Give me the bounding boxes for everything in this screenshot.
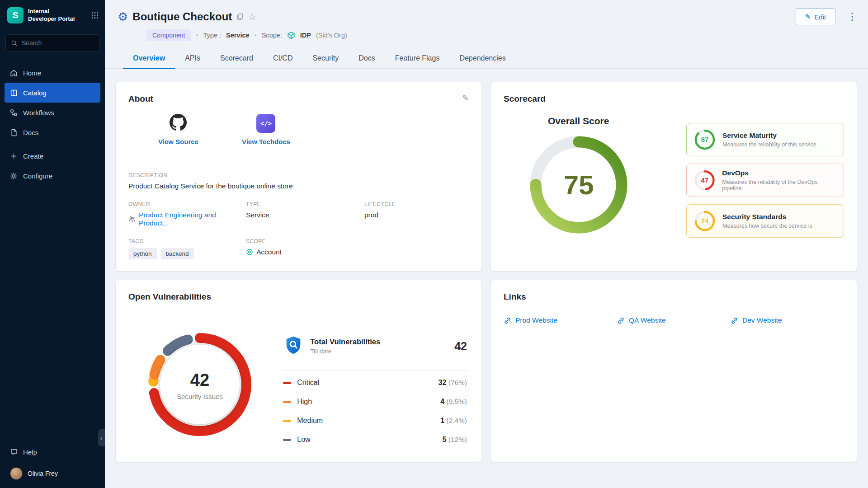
tab-scorecard[interactable]: Scorecard	[210, 49, 263, 68]
prod-website-link[interactable]: Prod Website	[504, 316, 617, 324]
edit-button[interactable]: ✎ Edit	[796, 8, 835, 25]
vulnerabilities-title: Open Vulnerabilities	[128, 292, 469, 302]
main-content: ⚙ Boutique Checkout ☆ ✎ Edit ⋮ Component…	[105, 0, 868, 488]
type-label: Type :	[203, 32, 221, 39]
tab-docs[interactable]: Docs	[349, 49, 385, 68]
scorecard-item-name: DevOps	[722, 169, 837, 177]
scorecard-item-name: Security Standards	[722, 213, 812, 221]
total-vulnerabilities-label: Total Vulnerabilities	[310, 338, 380, 346]
severity-label: High	[297, 398, 312, 406]
sidebar-item-label: Create	[23, 152, 43, 160]
vulnerabilities-donut: 42 Security Issues	[143, 328, 256, 441]
dev-website-link[interactable]: Dev Website	[731, 316, 844, 324]
scorecard-item[interactable]: 74 Security Standards Measures how secur…	[686, 204, 844, 238]
scope-field-value: Account	[256, 248, 282, 256]
severity-label: Medium	[297, 417, 323, 425]
tab-dependencies[interactable]: Dependencies	[449, 49, 515, 68]
tab-bar: Overview APIs Scorecard CI/CD Security D…	[105, 49, 868, 69]
vulnerability-row: Critical 32 (76%)	[283, 373, 467, 392]
apps-grid-icon[interactable]	[91, 12, 99, 19]
copy-icon[interactable]	[236, 13, 244, 20]
entity-meta-row: Component • Type : Service • Scope: IDP …	[146, 29, 857, 41]
lifecycle-value: prod	[364, 211, 469, 219]
tab-security[interactable]: Security	[302, 49, 349, 68]
workflows-icon	[10, 109, 18, 117]
page-title: Boutique Checkout	[132, 10, 232, 23]
favorite-star-icon[interactable]: ☆	[248, 11, 256, 22]
sidebar-nav: Home Catalog Workflows Docs	[0, 63, 105, 142]
sidebar-item-help[interactable]: Help	[5, 442, 100, 462]
account-scope-icon	[246, 249, 253, 256]
tag-pill[interactable]: python	[128, 248, 157, 259]
type-field-value: Service	[246, 211, 364, 219]
user-menu[interactable]: Olivia Frey	[5, 462, 100, 482]
sidebar-collapse-button[interactable]: ‹	[98, 429, 105, 446]
type-value: Service	[226, 32, 250, 39]
severity-label: Critical	[297, 379, 319, 387]
links-title: Links	[504, 292, 844, 302]
sidebar-item-catalog[interactable]: Catalog	[5, 83, 100, 103]
page-header: ⚙ Boutique Checkout ☆ ✎ Edit ⋮ Component…	[105, 0, 868, 41]
score-ring: 87	[693, 128, 717, 151]
card-grid: About ✎ View Source </> View Techdocs DE…	[105, 69, 868, 473]
sidebar-item-label: Configure	[23, 172, 52, 180]
view-source-link[interactable]: View Source	[158, 114, 198, 145]
vulnerability-row: Low 5 (12%)	[283, 430, 467, 449]
tab-feature-flags[interactable]: Feature Flags	[385, 49, 450, 68]
github-icon	[170, 114, 187, 133]
tab-overview[interactable]: Overview	[123, 49, 175, 68]
scope-cube-icon	[287, 31, 295, 39]
tag-pill[interactable]: backend	[161, 248, 194, 259]
sidebar-item-label: Workflows	[23, 109, 54, 117]
catalog-icon	[10, 89, 18, 97]
scorecard-item-desc: Measures the reliability of the DevOps p…	[722, 179, 837, 192]
sidebar-actions: Create Configure	[0, 146, 105, 186]
scorecard-item[interactable]: 87 Service Maturity Measures the reliabi…	[686, 123, 844, 156]
sidebar-item-docs[interactable]: Docs	[5, 122, 100, 142]
sidebar: S Internal Developer Portal Home	[0, 0, 105, 488]
about-edit-pencil-icon[interactable]: ✎	[462, 93, 469, 103]
total-vulnerabilities-value: 42	[454, 340, 467, 353]
user-name: Olivia Frey	[28, 470, 58, 477]
search-input[interactable]	[22, 39, 94, 47]
qa-website-link[interactable]: QA Website	[617, 316, 731, 324]
score-ring: 47	[693, 169, 716, 192]
scope-value: IDP	[300, 32, 311, 39]
sidebar-search[interactable]	[5, 34, 99, 52]
more-options-icon[interactable]: ⋮	[847, 11, 857, 23]
svg-text:75: 75	[563, 170, 594, 200]
about-title: About	[128, 94, 469, 104]
tab-cicd[interactable]: CI/CD	[263, 49, 303, 68]
sidebar-item-home[interactable]: Home	[5, 63, 100, 83]
sidebar-item-workflows[interactable]: Workflows	[5, 103, 100, 122]
sidebar-item-label: Home	[23, 69, 41, 77]
search-icon	[11, 40, 18, 47]
tab-apis[interactable]: APIs	[175, 49, 210, 68]
help-icon	[10, 448, 18, 455]
link-icon	[504, 317, 511, 324]
gear-icon	[10, 172, 18, 180]
home-icon	[10, 69, 18, 77]
severity-dash	[283, 420, 291, 422]
scope-org: (Sid's Org)	[316, 32, 347, 39]
owner-label: OWNER	[128, 201, 246, 207]
avatar	[10, 467, 23, 480]
team-icon	[128, 216, 136, 223]
scorecard-item-name: Service Maturity	[722, 131, 816, 140]
techdocs-icon: </>	[256, 114, 275, 133]
sidebar-item-label: Help	[23, 448, 37, 456]
score-ring: 74	[693, 209, 717, 233]
scorecard-item[interactable]: 47 DevOps Measures the reliability of th…	[686, 164, 844, 197]
sidebar-item-configure[interactable]: Configure	[5, 166, 100, 186]
owner-link[interactable]: Product Engineering and Product...	[139, 211, 246, 227]
scorecard-title: Scorecard	[504, 94, 844, 104]
svg-text:74: 74	[701, 217, 709, 225]
portal-logo-title: Internal Developer Portal	[28, 8, 87, 23]
vulnerability-row: High 4 (9.5%)	[283, 392, 467, 411]
overall-score-label: Overall Score	[548, 116, 609, 127]
sidebar-item-create[interactable]: Create	[5, 146, 100, 166]
svg-text:Security Issues: Security Issues	[177, 393, 223, 400]
vulnerabilities-card: Open Vulnerabilities 42 Security Issues	[115, 280, 482, 462]
view-techdocs-link[interactable]: </> View Techdocs	[242, 114, 290, 145]
severity-dash	[283, 401, 291, 403]
